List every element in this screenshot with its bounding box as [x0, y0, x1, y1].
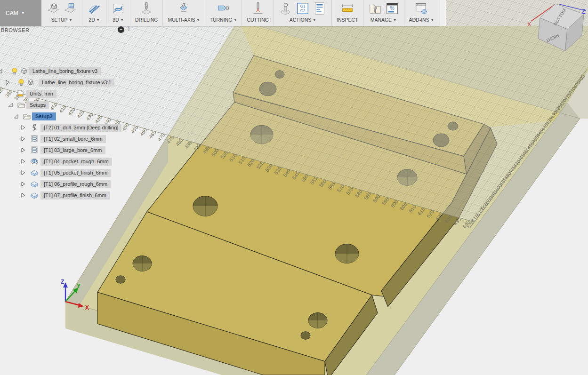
- document-icon: [16, 89, 24, 98]
- part-hole: [116, 276, 125, 283]
- toolbar-group-turning[interactable]: TURNING▼: [205, 0, 242, 26]
- boreop-icon: [30, 146, 39, 154]
- tree-row-8[interactable]: [T1] 03_large_bore_6mm: [0, 145, 27, 155]
- cam-workspace: 3803853903954004054104154204254304354404…: [0, 0, 588, 375]
- bulb-icon: [17, 78, 25, 87]
- tree-row-10[interactable]: [T1] 05_pocket_finish_6mm: [0, 168, 27, 177]
- toolbar-group-actions[interactable]: G1G2 ACTIONS▼: [274, 0, 332, 26]
- part-hole: [193, 196, 217, 216]
- toolbar-group-drilling[interactable]: DRILLING: [130, 0, 163, 26]
- drilling-icon: [139, 1, 153, 16]
- svg-text:G2: G2: [300, 8, 306, 13]
- toolbar-group-3d[interactable]: 3D▼: [106, 0, 130, 26]
- tree-row-label: Units: mm: [26, 90, 56, 98]
- chevron-down-icon: ▼: [69, 18, 72, 22]
- postprocess-icon: [279, 1, 293, 16]
- ops3d-icon: [111, 1, 125, 16]
- toolbar-icons: [139, 1, 153, 16]
- tree-row-11[interactable]: [T1] 06_profile_rough_6mm: [0, 179, 27, 189]
- measure-icon: [340, 1, 354, 16]
- toolbar-group-add-ins[interactable]: >- ADD-INS▼: [404, 0, 439, 26]
- tree-row-5[interactable]: Setup2: [0, 112, 20, 121]
- toolbar-group-cutting[interactable]: CUTTING: [242, 0, 274, 26]
- chevron-down-icon: ▼: [234, 18, 237, 22]
- viewcube-x-axis-label: X: [527, 21, 531, 28]
- turning-icon: [216, 1, 230, 16]
- svg-text:G1: G1: [300, 4, 306, 8]
- tree-row-label: Lathe_line_boring_fixture v3:1: [39, 79, 114, 87]
- boreop-icon: [30, 135, 39, 143]
- toolbar-group-label: MANAGE▼: [371, 17, 396, 23]
- toolbar-icons: [46, 1, 77, 16]
- expander-collapsed-icon[interactable]: [20, 170, 26, 176]
- expander-collapsed-icon[interactable]: [5, 80, 10, 85]
- toolbar-group-label: MULTI-AXIS▼: [168, 17, 200, 23]
- tree-row-label: [T1] 07_profile_finish_6mm: [40, 191, 110, 199]
- workspace-switcher[interactable]: CAM ▼: [0, 0, 41, 26]
- tree-row-1[interactable]: Lathe_line_boring_fixture v3: [0, 66, 4, 76]
- toolbar-groups: SETUP▼ 2D▼ 3D▼ DRILLING MULTI-AXIS▼ TURN…: [41, 0, 439, 26]
- toolbar-icons: [216, 1, 230, 16]
- toolbar-group-label: TURNING▼: [210, 17, 237, 23]
- tree-row-icons: [17, 78, 36, 87]
- tree-row-label: [T1] 05_pocket_finish_6mm: [40, 169, 111, 177]
- toolbar-group-label: 3D▼: [113, 17, 123, 23]
- tree-row-4[interactable]: Setups: [0, 100, 14, 110]
- tree-row-label: Setup2: [32, 112, 56, 120]
- toolbar-group-2d[interactable]: 2D▼: [82, 0, 106, 26]
- tree-row-label: [T2] 01_drill_3mm [Deep drilling]: [40, 124, 121, 132]
- expander-collapsed-icon[interactable]: [20, 181, 26, 187]
- millop-icon: [30, 168, 39, 177]
- toolbar-group-manage[interactable]: % MANAGE▼: [363, 0, 404, 26]
- bulb-icon: [10, 67, 19, 75]
- tree-row-label: [T1] 03_large_bore_6mm: [40, 146, 105, 154]
- toolbar-icons: [340, 1, 354, 16]
- tree-row-icons: [30, 191, 40, 199]
- g1g2-icon: G1G2: [296, 1, 310, 16]
- ops2d-icon: [87, 1, 101, 16]
- expander-collapsed-icon[interactable]: [20, 192, 26, 198]
- toolbar-icons: [177, 1, 191, 16]
- setup-new-icon: [46, 1, 60, 16]
- tree-row-label: [T1] 04_pocket_rough_6mm: [40, 158, 112, 166]
- tree-row-9[interactable]: [T1] 04_pocket_rough_6mm: [0, 157, 27, 166]
- chevron-down-icon: ▼: [97, 18, 100, 22]
- tree-row-label: Lathe_line_boring_fixture v3: [29, 67, 101, 75]
- toolbar: CAM ▼ SETUP▼ 2D▼ 3D▼ DRILLING MULTI-AXIS…: [0, 0, 439, 26]
- svg-text:%: %: [390, 6, 394, 11]
- toolbar-group-setup[interactable]: SETUP▼: [41, 0, 82, 26]
- expander-collapsed-icon[interactable]: [20, 136, 26, 142]
- toolbar-group-label: SETUP▼: [51, 17, 72, 23]
- toolbar-icons: >-: [414, 1, 428, 16]
- triad-x-label: X: [85, 304, 89, 311]
- expander-collapsed-icon[interactable]: [20, 147, 26, 153]
- workspace-label: CAM: [6, 10, 18, 16]
- toolbar-icons: [111, 1, 125, 16]
- part-hole: [308, 313, 327, 328]
- tree-row-icons: [30, 168, 40, 177]
- expander-expanded-icon[interactable]: [0, 68, 3, 74]
- tree-row-label: [T1] 02_small_bore_6mm: [40, 135, 106, 143]
- toolbar-group-inspect[interactable]: INSPECT: [332, 0, 363, 26]
- cutting-icon: [251, 1, 265, 16]
- browser-collapse-button[interactable]: −: [118, 26, 124, 33]
- tree-row-2[interactable]: Lathe_line_boring_fixture v3:1: [0, 78, 11, 87]
- setup-folder-icon: [63, 1, 77, 16]
- tree-row-7[interactable]: [T1] 02_small_bore_6mm: [0, 134, 27, 144]
- setupsheet-icon: [313, 1, 327, 16]
- tree-row-6[interactable]: [T2] 01_drill_3mm [Deep drilling]: [0, 123, 27, 132]
- expander-collapsed-icon[interactable]: [20, 159, 26, 164]
- feeds-icon: %: [385, 1, 399, 16]
- expander-expanded-icon[interactable]: [8, 102, 13, 108]
- expander-collapsed-icon[interactable]: [20, 125, 26, 130]
- component-icon: [20, 67, 28, 75]
- millop-icon: [30, 180, 39, 188]
- tree-row-12[interactable]: [T1] 07_profile_finish_6mm: [0, 191, 27, 200]
- chevron-down-icon: ▼: [313, 18, 316, 22]
- part-hole: [133, 256, 152, 271]
- browser-drag-handle[interactable]: ‖: [128, 26, 130, 32]
- expander-expanded-icon[interactable]: [13, 113, 19, 119]
- drillop-icon: [30, 123, 39, 132]
- folder-icon: [17, 101, 25, 109]
- toolbar-group-multi-axis[interactable]: MULTI-AXIS▼: [163, 0, 205, 26]
